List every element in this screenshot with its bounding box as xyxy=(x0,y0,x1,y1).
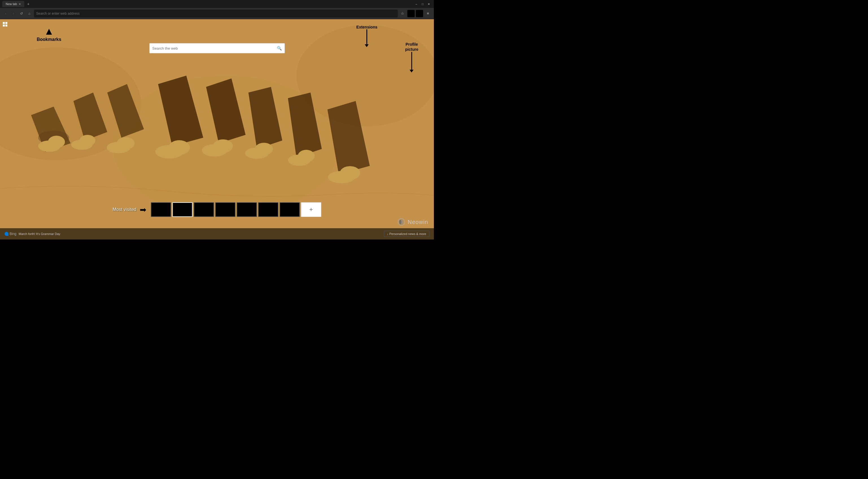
extensions-label: Extensions xyxy=(356,25,377,29)
windows-start-icon[interactable] xyxy=(3,22,7,27)
extensions-annotation: Extensions xyxy=(356,25,377,45)
address-bar-wrapper[interactable] xyxy=(34,9,398,18)
tile-5[interactable] xyxy=(237,202,257,217)
profile-label: Profilepicture xyxy=(405,42,418,52)
svg-point-10 xyxy=(80,135,95,146)
bing-tagline: March forth! It's Grammar Day xyxy=(19,232,60,235)
tile-3[interactable] xyxy=(194,202,214,217)
neowin-text: Neowin xyxy=(408,219,428,225)
bookmarks-arrow-icon: ▲ xyxy=(44,26,54,36)
search-container: 🔍 xyxy=(149,43,285,53)
tile-1[interactable] xyxy=(151,202,171,217)
most-visited-label: Most visited xyxy=(113,207,136,212)
profile-annotation: Profilepicture xyxy=(405,42,418,70)
forward-button[interactable]: › xyxy=(10,10,17,17)
bottom-bar: Bing March forth! It's Grammar Day ↓ Per… xyxy=(0,228,434,240)
new-tab-button[interactable]: + xyxy=(25,2,31,6)
profile-button[interactable] xyxy=(416,10,423,17)
tile-2[interactable] xyxy=(172,202,192,217)
bing-logo-icon xyxy=(4,232,8,236)
browser-toolbar: ‹ › ↺ ⌂ ☆ ≡ xyxy=(0,8,434,19)
close-button[interactable]: ✕ xyxy=(426,2,432,6)
tab-strip: New tab ✕ + xyxy=(2,1,31,7)
svg-point-13 xyxy=(117,137,135,150)
bing-info: Bing March forth! It's Grammar Day xyxy=(4,232,60,236)
profile-arrow-head xyxy=(410,70,413,72)
tab-label: New tab xyxy=(6,2,17,6)
active-tab[interactable]: New tab ✕ xyxy=(2,1,24,7)
neowin-logo-svg xyxy=(398,218,405,226)
refresh-button[interactable]: ↺ xyxy=(18,10,25,17)
tile-6[interactable] xyxy=(258,202,278,217)
new-tab-page: ▲ Bookmarks Extensions Profilepicture 🔍 xyxy=(0,19,434,240)
search-input[interactable] xyxy=(152,46,277,51)
bing-label: Bing xyxy=(9,232,17,236)
back-button[interactable]: ‹ xyxy=(2,10,9,17)
tile-4[interactable] xyxy=(215,202,236,217)
address-bar[interactable] xyxy=(36,11,396,15)
title-bar: New tab ✕ + – □ ✕ xyxy=(0,0,434,8)
bookmarks-label: Bookmarks xyxy=(37,37,61,42)
neowin-watermark: Neowin xyxy=(398,218,428,226)
most-visited-arrow: ➡ xyxy=(140,205,146,214)
personalized-news-button[interactable]: ↓ Personalized news & more xyxy=(384,231,429,237)
bing-logo: Bing xyxy=(4,232,17,236)
tile-7[interactable] xyxy=(279,202,300,217)
svg-point-28 xyxy=(340,166,360,180)
menu-button[interactable]: ≡ xyxy=(424,10,432,17)
extensions-button[interactable] xyxy=(407,10,415,17)
star-button[interactable]: ☆ xyxy=(399,10,406,17)
tile-add-button[interactable]: + xyxy=(301,202,321,217)
svg-point-30 xyxy=(399,220,401,224)
svg-point-19 xyxy=(213,139,233,153)
search-box: 🔍 xyxy=(149,43,285,53)
extensions-arrow-head xyxy=(365,44,369,47)
profile-arrow-line xyxy=(411,52,412,70)
svg-point-7 xyxy=(48,136,65,148)
personalized-news-label: ↓ Personalized news & more xyxy=(387,232,426,235)
most-visited-section: Most visited ➡ + xyxy=(113,202,321,217)
svg-point-25 xyxy=(298,150,315,162)
tab-close-btn[interactable]: ✕ xyxy=(19,3,21,6)
bookmarks-annotation: ▲ Bookmarks xyxy=(37,26,61,42)
minimize-button[interactable]: – xyxy=(413,2,419,6)
home-button[interactable]: ⌂ xyxy=(26,10,33,17)
restore-button[interactable]: □ xyxy=(420,2,425,6)
svg-point-22 xyxy=(255,143,273,155)
search-icon[interactable]: 🔍 xyxy=(277,46,282,51)
toolbar-right: ☆ ≡ xyxy=(399,10,432,17)
window-controls: – □ ✕ xyxy=(413,2,432,6)
svg-point-16 xyxy=(168,140,190,155)
extensions-arrow-line xyxy=(366,29,367,45)
most-visited-label-area: Most visited ➡ xyxy=(113,205,146,214)
most-visited-tiles: + xyxy=(151,202,321,217)
